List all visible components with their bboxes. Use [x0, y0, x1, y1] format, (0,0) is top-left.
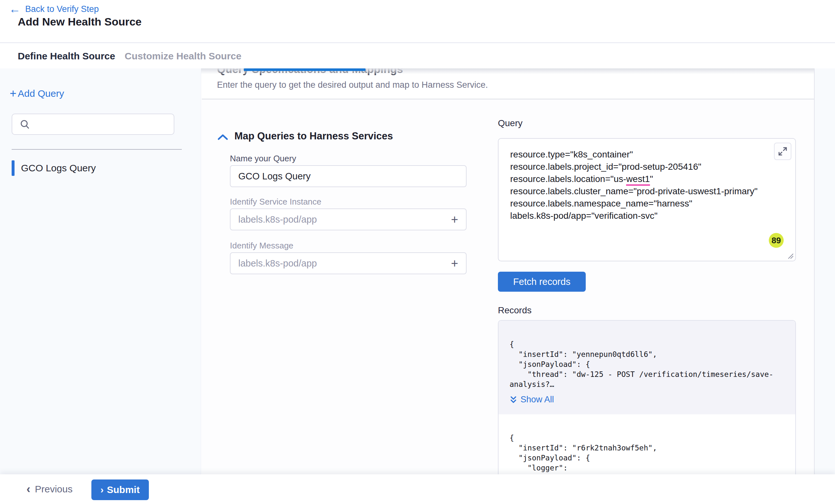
health-source-tabbar: Define Health Source Customize Health So…: [0, 44, 835, 68]
active-tab-underline: [244, 68, 366, 71]
query-label: Query: [498, 118, 523, 128]
query-item-label[interactable]: GCO Logs Query: [21, 163, 96, 174]
query-name-field: [230, 165, 467, 187]
page-header: ← Back to Verify Step Add New Health Sou…: [0, 0, 835, 43]
tab-customize-label: Customize Health Source: [125, 51, 242, 62]
add-service-instance-icon[interactable]: +: [451, 213, 458, 226]
back-arrow-icon: ←: [9, 3, 21, 16]
records-label: Records: [498, 305, 531, 316]
submit-button[interactable]: › Submit: [91, 480, 149, 500]
spellcheck-flagged-word: west1: [626, 174, 650, 186]
record-item: { "insertId": "yennepun0qtd6ll6", "jsonP…: [498, 321, 795, 414]
section-subtitle: Enter the query to get the desired outpu…: [217, 80, 488, 90]
record-json-preview: { "insertId": "yennepun0qtd6ll6", "jsonP…: [510, 339, 784, 390]
show-all-link[interactable]: Show All: [510, 395, 784, 405]
content-area: + Add Query GCO Logs Query Query Specifi…: [0, 68, 835, 474]
service-instance-input[interactable]: [238, 214, 451, 225]
query-name-input[interactable]: [238, 171, 458, 182]
plus-icon: +: [10, 88, 17, 99]
search-icon: [19, 119, 30, 130]
double-chevron-down-icon: [510, 396, 517, 404]
add-query-label[interactable]: Add Query: [18, 88, 64, 99]
footer-bar: ‹ Previous › Submit: [0, 474, 835, 504]
query-specifications-panel: Map Queries to Harness Services Name you…: [202, 99, 815, 474]
expand-icon: [778, 146, 788, 156]
identify-message-label: Identify Message: [230, 241, 293, 251]
back-to-verify-step-link[interactable]: ← Back to Verify Step: [9, 3, 99, 16]
submit-label: Submit: [107, 484, 140, 495]
identify-message-field: +: [230, 252, 467, 274]
chevron-right-icon: ›: [100, 485, 104, 495]
tab-define-label: Define Health Source: [18, 51, 115, 62]
back-link-label[interactable]: Back to Verify Step: [25, 4, 99, 14]
record-json-preview: { "insertId": "r6rk2tnah3owf5eh", "jsonP…: [510, 433, 784, 474]
page-title: Add New Health Source: [18, 16, 142, 28]
search-input[interactable]: [35, 119, 170, 129]
add-query-button[interactable]: + Add Query: [10, 88, 64, 99]
add-health-source-page: ← Back to Verify Step Add New Health Sou…: [0, 0, 835, 504]
selected-indicator-bar: [12, 160, 15, 176]
previous-label[interactable]: Previous: [35, 484, 73, 495]
identify-service-instance-label: Identify Service Instance: [230, 197, 321, 207]
character-count-badge: 89: [769, 233, 784, 248]
show-all-label[interactable]: Show All: [521, 395, 554, 405]
previous-button[interactable]: ‹ Previous: [26, 480, 73, 499]
tab-define-health-source[interactable]: Define Health Source: [18, 44, 115, 68]
main-panel: Query Specifications and Mappings Enter …: [201, 68, 815, 474]
query-search-box[interactable]: [12, 113, 175, 135]
chevron-left-icon: ‹: [26, 483, 30, 495]
chevron-up-icon[interactable]: [217, 133, 229, 141]
map-queries-section-title: Map Queries to Harness Services: [235, 130, 393, 142]
query-line: resource.type="k8s_container": [510, 148, 784, 161]
query-line: resource.labels.namespace_name="harness": [510, 197, 784, 210]
add-message-icon[interactable]: +: [451, 257, 458, 269]
name-your-query-label: Name your Query: [230, 153, 296, 164]
identify-message-input[interactable]: [238, 258, 451, 269]
sidebar-item-gco-logs-query[interactable]: GCO Logs Query: [12, 160, 186, 176]
record-item: { "insertId": "r6rk2tnah3owf5eh", "jsonP…: [498, 414, 795, 474]
query-line: resource.labels.project_id="prod-setup-2…: [510, 161, 784, 173]
query-editor[interactable]: resource.type="k8s_container" resource.l…: [498, 138, 796, 261]
expand-query-button[interactable]: [774, 143, 791, 160]
tab-customize-health-source[interactable]: Customize Health Source: [125, 44, 242, 68]
service-instance-field: +: [230, 208, 467, 230]
resize-grip-icon[interactable]: [786, 251, 794, 259]
sidebar-divider: [12, 149, 182, 150]
fetch-records-button[interactable]: Fetch records: [498, 272, 586, 292]
query-line: resource.labels.location="us-west1": [510, 173, 784, 185]
query-line: resource.labels.cluster_name="prod-priva…: [510, 185, 784, 197]
records-card: { "insertId": "yennepun0qtd6ll6", "jsonP…: [498, 320, 796, 474]
query-sidebar: + Add Query GCO Logs Query: [0, 68, 201, 474]
query-line: labels.k8s-pod/app="verification-svc": [510, 210, 784, 222]
